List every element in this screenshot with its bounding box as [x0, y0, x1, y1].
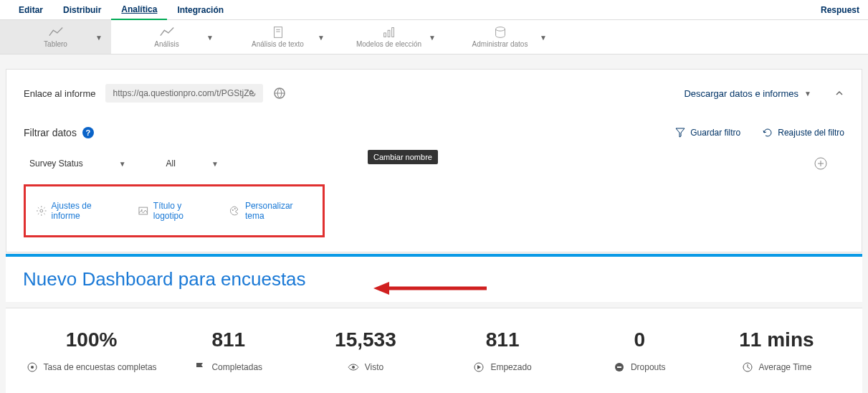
toolbar-analisis[interactable]: Análisis ▼ [111, 20, 222, 54]
nav-respuest[interactable]: Respuest [821, 5, 859, 15]
chart-bar-icon [381, 26, 397, 39]
stat-value: 0 [634, 328, 645, 351]
stat-value: 811 [486, 328, 520, 351]
rename-tooltip: Cambiar nombre [368, 150, 438, 164]
palette-icon [229, 205, 241, 217]
stat-avg-time: 11 mins Average Time [708, 328, 845, 373]
dropdown-label: All [166, 158, 176, 169]
setting-label: Ajustes de informe [52, 201, 121, 221]
filter-label: Filtrar datos [24, 127, 77, 138]
stat-viewed: 15,533 Visto [297, 328, 434, 373]
toolbar-analisis-texto[interactable]: Análisis de texto ▼ [222, 20, 333, 54]
chevron-down-icon: ▼ [540, 33, 547, 41]
svg-rect-4 [388, 30, 390, 37]
stat-label: Empezado [490, 362, 531, 372]
report-link-label: Enlace al informe [24, 88, 95, 99]
svg-point-14 [232, 209, 234, 211]
stat-completed: 811 Completadas [160, 328, 297, 373]
svg-rect-3 [383, 33, 386, 37]
toolbar: Tablero ▼ Análisis ▼ Análisis de texto ▼… [0, 20, 868, 55]
toolbar-tablero[interactable]: Tablero ▼ [0, 20, 111, 54]
stat-label-row: Tasa de encuestas completas [27, 361, 157, 373]
gear-icon [36, 205, 47, 217]
report-panel: Enlace al informe https://qa.questionpro… [6, 69, 862, 252]
toolbar-label: Análisis de texto [252, 40, 304, 48]
refresh-icon [762, 127, 773, 138]
eye-icon [348, 361, 359, 373]
download-link[interactable]: Descargar datos e informes ▼ [684, 88, 811, 99]
globe-icon[interactable] [273, 87, 286, 100]
report-settings-link[interactable]: Ajustes de informe [36, 201, 120, 221]
content: Enlace al informe https://qa.questionpro… [0, 69, 868, 393]
stat-value: 100% [66, 328, 118, 351]
toolbar-administrar[interactable]: Administrar datos ▼ [444, 20, 555, 54]
stat-value: 11 mins [739, 328, 814, 351]
stat-completion-rate: 100% Tasa de encuestas completas [23, 328, 160, 373]
customize-theme-link[interactable]: Personalizar tema [229, 201, 313, 221]
nav-integracion[interactable]: Integración [167, 1, 234, 19]
document-icon [270, 26, 286, 39]
all-dropdown[interactable]: All ▼ [161, 156, 224, 171]
setting-label: Personalizar tema [245, 201, 313, 221]
svg-marker-22 [477, 365, 481, 369]
chevron-down-icon: ▼ [95, 33, 102, 41]
svg-point-6 [495, 27, 505, 32]
svg-rect-5 [391, 28, 394, 37]
dashboard-title: Nuevo Dashboard para encuestas [6, 257, 862, 302]
chevron-up-icon[interactable] [834, 88, 844, 98]
chevron-down-icon: ▼ [119, 160, 126, 168]
toolbar-modelos[interactable]: Modelos de elección ▼ [333, 20, 444, 54]
flag-icon [194, 361, 206, 373]
stat-label-row: Visto [348, 361, 383, 373]
stat-value: 15,533 [335, 328, 396, 351]
survey-status-dropdown[interactable]: Survey Status ▼ [24, 156, 132, 171]
link-icon[interactable] [247, 88, 257, 98]
clock-icon [742, 361, 753, 373]
chevron-down-icon: ▼ [318, 33, 325, 41]
target-icon [27, 361, 38, 373]
save-filter-label: Guardar filtro [690, 128, 740, 138]
stat-label: Tasa de encuestas completas [44, 362, 157, 372]
funnel-icon [674, 127, 686, 138]
chevron-down-icon: ▼ [804, 90, 811, 98]
database-icon [492, 26, 508, 39]
filter-row: Filtrar datos ? Guardar filtro Reajuste … [24, 127, 844, 138]
download-label: Descargar datos e informes [684, 88, 798, 99]
nav-editar[interactable]: Editar [9, 1, 53, 19]
toolbar-label: Modelos de elección [356, 40, 421, 48]
reset-filter-button[interactable]: Reajuste del filtro [762, 127, 844, 138]
toolbar-label: Administrar datos [472, 40, 528, 48]
dropdown-label: Survey Status [29, 158, 83, 169]
svg-point-15 [234, 208, 236, 209]
stat-label: Completadas [211, 362, 262, 372]
report-link-row: Enlace al informe https://qa.questionpro… [24, 84, 844, 103]
save-filter-button[interactable]: Guardar filtro [674, 127, 740, 138]
play-icon [473, 361, 485, 373]
stat-label: Average Time [759, 362, 812, 372]
report-settings-highlight: Ajustes de informe Título y logotipo Per… [24, 184, 325, 237]
chart-line-icon [159, 26, 175, 39]
title-logo-link[interactable]: Título y logotipo [138, 201, 212, 221]
stat-dropouts: 0 Dropouts [571, 328, 708, 373]
report-link-url: https://qa.questionpro.com/t/PGStjZe [113, 88, 254, 98]
report-link-input[interactable]: https://qa.questionpro.com/t/PGStjZe [105, 84, 263, 103]
svg-point-11 [40, 209, 43, 212]
stat-label-row: Completadas [194, 361, 262, 373]
nav-distribuir[interactable]: Distribuir [53, 1, 111, 19]
add-filter-button[interactable] [814, 157, 827, 170]
setting-label: Título y logotipo [153, 201, 212, 221]
stat-label: Dropouts [631, 362, 666, 372]
toolbar-label: Tablero [44, 40, 67, 48]
toolbar-label: Análisis [154, 40, 178, 48]
stat-label: Visto [365, 362, 383, 372]
chart-line-icon [48, 26, 64, 39]
top-nav: Editar Distribuir Analítica Integración … [0, 0, 868, 20]
stat-label-row: Dropouts [614, 361, 666, 373]
svg-point-19 [31, 366, 34, 369]
reset-filter-label: Reajuste del filtro [778, 128, 844, 138]
stat-started: 811 Empezado [434, 328, 571, 373]
stat-label-row: Average Time [742, 361, 812, 373]
nav-analitica[interactable]: Analítica [111, 0, 167, 20]
help-icon[interactable]: ? [82, 127, 94, 138]
chevron-down-icon: ▼ [211, 160, 219, 168]
